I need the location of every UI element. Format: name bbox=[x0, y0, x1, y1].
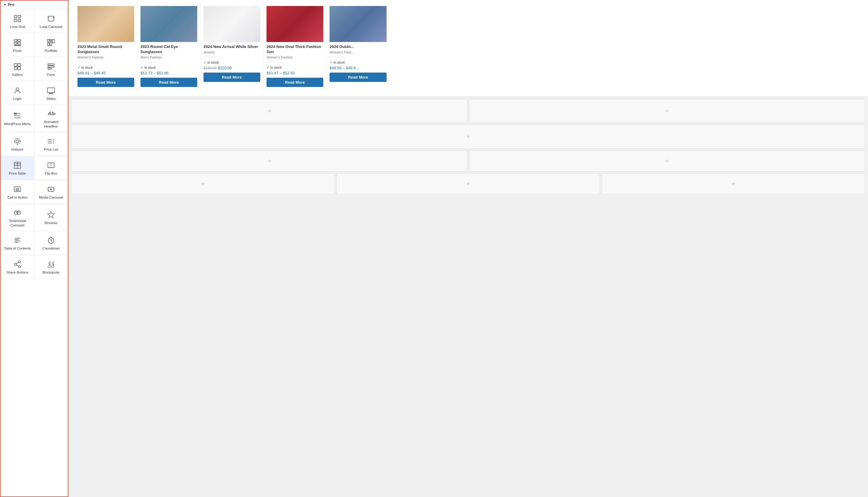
read-more-button-p3[interactable]: Read More bbox=[204, 73, 260, 82]
flip-box-icon bbox=[47, 161, 55, 169]
canvas-cell-3-1[interactable]: + bbox=[71, 151, 467, 172]
widget-label-form: Form bbox=[47, 73, 55, 77]
stock-check-icon: ✓ bbox=[204, 60, 207, 65]
svg-rect-14 bbox=[47, 43, 49, 46]
widget-item-countdown[interactable]: Countdown bbox=[34, 231, 68, 255]
product-price-p4: $51.47 – $52.50 bbox=[267, 71, 323, 75]
widget-item-slides[interactable]: Slides bbox=[34, 81, 68, 105]
product-list: 2023 Metal Small Round SunglassesWomen's… bbox=[74, 3, 862, 90]
canvas-cell-4-1[interactable]: + bbox=[71, 173, 335, 194]
widget-item-loop-grid[interactable]: Loop Grid bbox=[1, 9, 34, 33]
widget-label-posts: Posts bbox=[13, 48, 22, 53]
product-stars-p4: ☆☆☆☆☆ bbox=[267, 60, 323, 64]
widget-label-gallery: Gallery bbox=[12, 73, 23, 77]
product-image-p2 bbox=[140, 6, 197, 42]
product-card-p3: 2024 New Arrival White SilverJewelry☆☆☆☆… bbox=[200, 3, 264, 90]
widget-label-slides: Slides bbox=[46, 97, 56, 101]
widget-item-loop-carousel[interactable]: Loop Carousel bbox=[34, 9, 68, 33]
svg-marker-55 bbox=[51, 188, 53, 190]
svg-rect-10 bbox=[18, 45, 20, 46]
svg-rect-9 bbox=[14, 45, 17, 46]
collapse-handle[interactable]: ‹ bbox=[68, 243, 68, 255]
widget-item-testimonial-carousel[interactable]: Testimonial Carousel bbox=[1, 204, 34, 231]
sidebar-header: ▼ Pro bbox=[1, 1, 68, 9]
widget-item-animated-headline[interactable]: AbcAnimated Headline bbox=[34, 105, 68, 132]
widget-item-reviews[interactable]: Reviews bbox=[34, 204, 68, 231]
product-stars-p3: ☆☆☆☆☆ bbox=[204, 55, 260, 59]
product-stock-p2: ✓ In stock bbox=[140, 66, 197, 70]
widget-item-media-carousel[interactable]: Media Carousel bbox=[34, 180, 68, 204]
share-buttons-icon bbox=[13, 260, 22, 268]
svg-rect-51 bbox=[14, 187, 21, 191]
widget-item-hotspot[interactable]: Hotspot bbox=[1, 132, 34, 156]
product-stars-p2: ☆☆☆☆☆ bbox=[140, 60, 197, 64]
widget-item-price-table[interactable]: Price Table bbox=[1, 156, 34, 180]
widget-item-flip-box[interactable]: Flip Box bbox=[34, 156, 68, 180]
svg-point-67 bbox=[18, 261, 21, 263]
canvas-cell-1-1[interactable]: + bbox=[71, 99, 467, 123]
widget-item-login[interactable]: Login bbox=[1, 81, 34, 105]
read-more-button-p2[interactable]: Read More bbox=[140, 78, 197, 87]
form-icon bbox=[47, 62, 55, 71]
reviews-icon bbox=[47, 211, 55, 219]
product-price-p5: $49.56 – $49.8... bbox=[330, 66, 387, 70]
widget-label-media-carousel: Media Carousel bbox=[39, 195, 63, 200]
media-carousel-icon bbox=[47, 185, 55, 194]
widget-item-table-of-contents[interactable]: Table of Contents bbox=[1, 231, 34, 255]
slides-icon bbox=[47, 86, 55, 95]
loop-grid-icon bbox=[13, 14, 22, 23]
read-more-button-p4[interactable]: Read More bbox=[267, 78, 323, 87]
product-image-p4 bbox=[267, 6, 323, 42]
widget-item-call-to-action[interactable]: Call to Action bbox=[1, 180, 34, 204]
svg-point-33 bbox=[16, 140, 18, 143]
widget-label-call-to-action: Call to Action bbox=[7, 195, 27, 200]
product-title-p3: 2024 New Arrival White Silver bbox=[204, 44, 260, 49]
product-image-p3 bbox=[204, 6, 260, 42]
widget-item-posts[interactable]: Posts bbox=[1, 33, 34, 57]
testimonial-carousel-icon bbox=[13, 209, 22, 217]
widget-label-hotspot: Hotspot bbox=[11, 147, 24, 152]
widget-item-blockquote[interactable]: Blockquote bbox=[34, 255, 68, 279]
widget-item-gallery[interactable]: Gallery bbox=[1, 57, 34, 81]
add-section-icon: + bbox=[267, 158, 271, 165]
widget-label-loop-grid: Loop Grid bbox=[10, 25, 25, 29]
product-card-p5: 2024 Outdo...Women's Fash...☆☆☆☆☆✓ In st… bbox=[326, 3, 390, 90]
wordpress-menu-icon bbox=[13, 112, 22, 120]
svg-line-70 bbox=[16, 265, 18, 266]
svg-rect-18 bbox=[14, 67, 17, 70]
product-stars-p5: ☆☆☆☆☆ bbox=[330, 55, 387, 59]
widget-label-portfolio: Portfolio bbox=[45, 48, 57, 53]
canvas-row-2: + bbox=[71, 125, 865, 149]
product-stock-p5: ✓ In stock bbox=[330, 60, 387, 65]
widget-label-reviews: Reviews bbox=[44, 221, 57, 225]
canvas-cell-4-3[interactable]: + bbox=[602, 173, 865, 194]
call-to-action-icon bbox=[13, 185, 22, 194]
canvas-cell-3-2[interactable]: + bbox=[469, 151, 865, 172]
blockquote-icon bbox=[47, 260, 55, 268]
canvas-cell-2-1[interactable]: + bbox=[71, 125, 865, 149]
stock-check-icon: ✓ bbox=[78, 66, 81, 70]
widget-label-animated-headline: Animated Headline bbox=[37, 120, 65, 129]
widget-item-price-list[interactable]: Price List bbox=[34, 132, 68, 156]
product-image-p1 bbox=[78, 6, 134, 42]
add-section-icon: + bbox=[731, 181, 735, 187]
product-card-p1: 2023 Metal Small Round SunglassesWomen's… bbox=[74, 3, 138, 90]
read-more-button-p5[interactable]: Read More bbox=[330, 73, 387, 82]
widget-item-wordpress-menu[interactable]: WordPress Menu bbox=[1, 105, 34, 132]
read-more-button-p1[interactable]: Read More bbox=[78, 78, 134, 87]
svg-rect-0 bbox=[14, 15, 17, 18]
product-category-p2: Men's Fashion bbox=[140, 56, 197, 59]
canvas-row-3: + + bbox=[71, 151, 865, 172]
add-section-icon: + bbox=[201, 181, 205, 187]
posts-icon bbox=[13, 38, 22, 47]
product-title-p5: 2024 Outdo... bbox=[330, 44, 387, 49]
canvas-cell-4-2[interactable]: + bbox=[336, 173, 600, 194]
svg-rect-8 bbox=[18, 42, 20, 44]
widget-item-portfolio[interactable]: Portfolio bbox=[34, 33, 68, 57]
canvas-cell-1-2[interactable]: + bbox=[469, 99, 865, 123]
widget-label-wordpress-menu: WordPress Menu bbox=[4, 122, 31, 126]
svg-rect-22 bbox=[48, 68, 52, 69]
widget-item-form[interactable]: Form bbox=[34, 57, 68, 81]
product-card-p2: 2023 Round Cat Eye SunglassesMen's Fashi… bbox=[138, 3, 200, 90]
widget-item-share-buttons[interactable]: Share Buttons bbox=[1, 255, 34, 279]
